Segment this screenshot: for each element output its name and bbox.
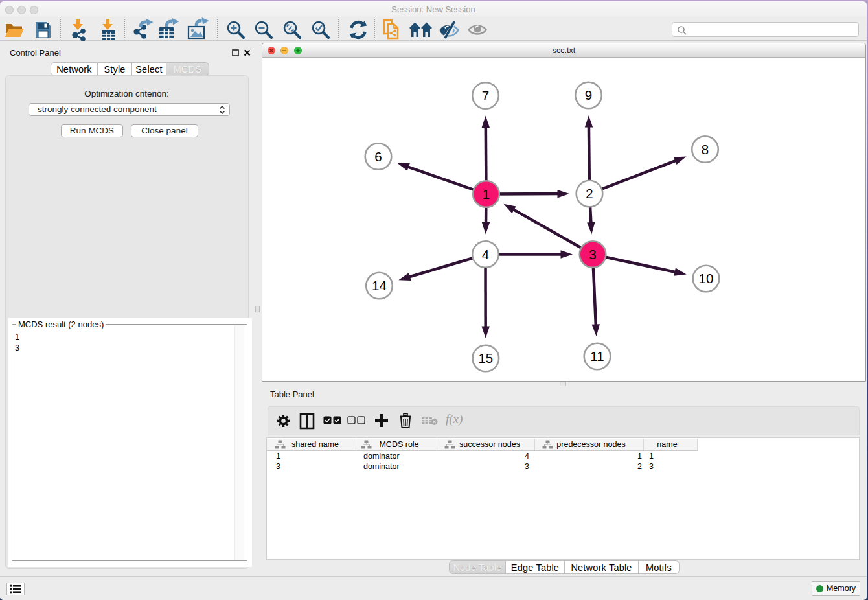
svg-text:11: 11 bbox=[590, 349, 604, 363]
svg-text:15: 15 bbox=[478, 351, 493, 365]
svg-text:8: 8 bbox=[702, 142, 709, 157]
svg-text:2: 2 bbox=[586, 186, 593, 201]
svg-text:9: 9 bbox=[585, 87, 592, 102]
svg-text:7: 7 bbox=[482, 88, 489, 103]
svg-text:14: 14 bbox=[372, 278, 387, 293]
svg-text:6: 6 bbox=[374, 149, 382, 164]
svg-text:1: 1 bbox=[483, 187, 490, 202]
svg-text:10: 10 bbox=[699, 271, 714, 286]
svg-text:3: 3 bbox=[589, 247, 596, 262]
svg-text:4: 4 bbox=[482, 247, 489, 262]
